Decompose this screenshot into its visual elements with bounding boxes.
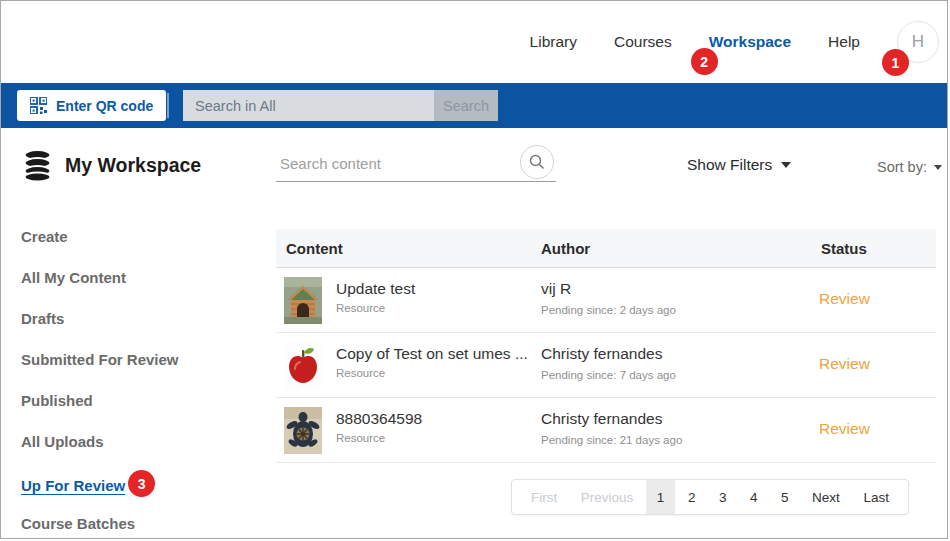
pagination-page-5[interactable]: 5: [770, 480, 800, 514]
content-type: Resource: [336, 367, 528, 379]
nav-item-help[interactable]: Help: [828, 33, 860, 51]
pending-since: Pending since: 2 days ago: [541, 304, 676, 316]
content-text: 8880364598 Resource: [336, 407, 422, 454]
review-link[interactable]: Review: [819, 355, 870, 372]
status-cell: Review: [819, 355, 870, 373]
column-header-status: Status: [821, 229, 867, 268]
table-row[interactable]: Copy of Test on set umes ... Resource Ch…: [276, 333, 936, 398]
content-title: Update test: [336, 280, 415, 298]
author-name: Christy fernandes: [541, 345, 676, 363]
table-row[interactable]: Update test Resource vij R Pending since…: [276, 268, 936, 333]
pagination-page-3[interactable]: 3: [708, 480, 738, 514]
avatar-initial: H: [912, 32, 924, 52]
content-type: Resource: [336, 432, 422, 444]
search-in-all-input[interactable]: [183, 90, 434, 121]
top-header: Library Courses Workspace 2 Help H 1: [1, 1, 947, 83]
show-filters-toggle[interactable]: Show Filters: [687, 156, 791, 174]
pagination-last[interactable]: Last: [852, 480, 900, 514]
sidebar-item-all-uploads[interactable]: All Uploads: [21, 433, 179, 452]
enter-qr-code-button[interactable]: Enter QR code: [17, 90, 166, 121]
magnifier-icon: [529, 154, 545, 170]
pagination-page-2[interactable]: 2: [677, 480, 707, 514]
author-name: Christy fernandes: [541, 410, 682, 428]
content-text: Update test Resource: [336, 277, 415, 324]
review-link[interactable]: Review: [819, 290, 870, 307]
pending-since: Pending since: 21 days ago: [541, 434, 682, 446]
chevron-down-icon: [934, 165, 942, 170]
workspace-page: Library Courses Workspace 2 Help H 1: [0, 0, 948, 539]
content-text: Copy of Test on set umes ... Resource: [336, 342, 528, 389]
up-for-review-step-badge: 3: [128, 470, 155, 497]
qr-code-icon: [30, 97, 47, 114]
turtle-thumbnail: [284, 407, 322, 454]
content-type: Resource: [336, 302, 415, 314]
content-search-box: [276, 145, 556, 182]
pagination-page-1[interactable]: 1: [646, 480, 676, 514]
status-cell: Review: [819, 420, 870, 438]
sort-by-dropdown[interactable]: Sort by:: [877, 159, 942, 175]
main-nav: Library Courses Workspace 2 Help H 1: [530, 1, 939, 83]
content-table-body: Update test Resource vij R Pending since…: [276, 268, 936, 463]
sort-by-label: Sort by:: [877, 159, 927, 175]
profile-avatar[interactable]: H 1: [897, 21, 939, 63]
status-cell: Review: [819, 290, 870, 308]
sidebar-item-drafts[interactable]: Drafts: [21, 310, 179, 329]
author-name: vij R: [541, 280, 676, 298]
search-content-button[interactable]: [520, 145, 554, 179]
review-link[interactable]: Review: [819, 420, 870, 437]
pagination-first[interactable]: First: [520, 480, 568, 514]
pending-since: Pending since: 7 days ago: [541, 369, 676, 381]
sidebar-item-submitted-for-review[interactable]: Submitted For Review: [21, 351, 179, 370]
author-cell: Christy fernandes Pending since: 21 days…: [541, 410, 682, 446]
content-title: 8880364598: [336, 410, 422, 428]
content-title: Copy of Test on set umes ...: [336, 345, 528, 363]
workspace-sidebar-menu: Create All My Content Drafts Submitted F…: [21, 228, 179, 539]
pagination-next[interactable]: Next: [801, 480, 851, 514]
qr-search-bar: Enter QR code Search: [1, 83, 947, 128]
nav-item-courses[interactable]: Courses: [614, 33, 672, 51]
nav-label: Library: [530, 33, 577, 50]
column-header-content: Content: [286, 229, 343, 268]
content-table-header: Content Author Status: [276, 229, 936, 268]
nav-item-workspace[interactable]: Workspace 2: [709, 33, 791, 51]
pagination-bar: First Previous 1 2 3 4 5 Next Last: [511, 479, 909, 515]
content-cell: 8880364598 Resource: [284, 407, 422, 454]
author-cell: Christy fernandes Pending since: 7 days …: [541, 345, 676, 381]
page-title: My Workspace: [65, 154, 201, 177]
show-filters-label: Show Filters: [687, 156, 772, 174]
column-header-author: Author: [541, 229, 590, 268]
nav-item-library[interactable]: Library: [530, 33, 577, 51]
sidebar-item-course-batches[interactable]: Course Batches: [21, 515, 179, 534]
search-content-input[interactable]: [276, 145, 506, 181]
sidebar-item-up-for-review[interactable]: Up For Review3: [21, 474, 179, 493]
database-stack-icon: [21, 149, 54, 182]
workspace-step-badge: 2: [691, 48, 718, 75]
chevron-down-icon: [781, 162, 791, 168]
content-cell: Update test Resource: [284, 277, 415, 324]
sidebar-item-all-my-content[interactable]: All My Content: [21, 269, 179, 288]
pagination-previous[interactable]: Previous: [570, 480, 645, 514]
nav-label: Workspace: [709, 33, 791, 50]
content-cell: Copy of Test on set umes ... Resource: [284, 342, 528, 389]
enter-qr-code-label: Enter QR code: [56, 98, 153, 114]
nav-label: Help: [828, 33, 860, 50]
table-row[interactable]: 8880364598 Resource Christy fernandes Pe…: [276, 398, 936, 463]
sidebar-item-published[interactable]: Published: [21, 392, 179, 411]
nav-label: Courses: [614, 33, 672, 50]
dog-house-thumbnail: [284, 277, 322, 324]
author-cell: vij R Pending since: 2 days ago: [541, 280, 676, 316]
bar-divider: [167, 93, 169, 118]
profile-step-badge: 1: [882, 49, 909, 76]
workspace-title-block: My Workspace: [21, 149, 201, 182]
apple-thumbnail: [284, 342, 322, 389]
sidebar-item-create[interactable]: Create: [21, 228, 179, 247]
search-submit-button[interactable]: Search: [434, 90, 498, 121]
pagination-page-4[interactable]: 4: [739, 480, 769, 514]
